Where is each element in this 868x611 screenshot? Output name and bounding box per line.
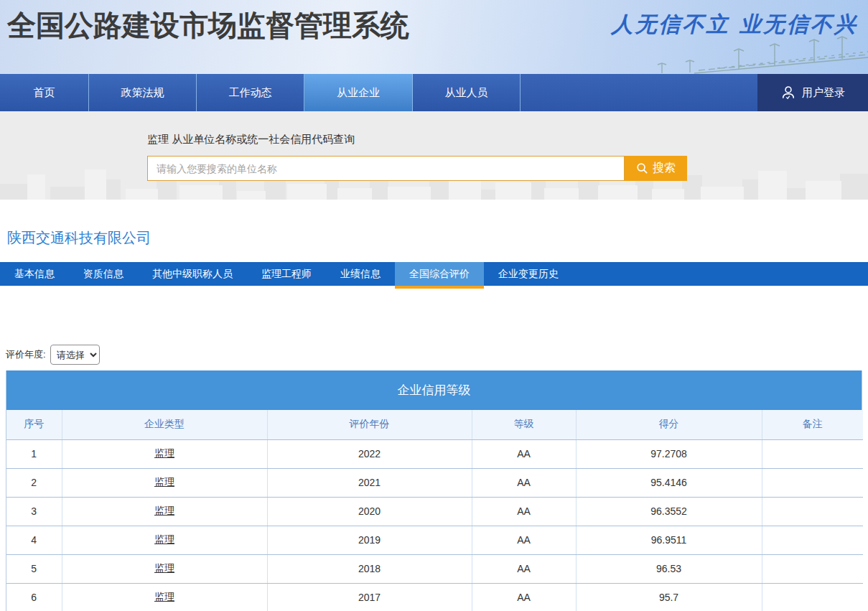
tab-label: 其他中级职称人员: [152, 268, 233, 281]
cell-index: 1: [6, 439, 62, 468]
site-title: 全国公路建设市场监督管理系统: [7, 6, 409, 45]
cell-year: 2019: [267, 526, 472, 554]
nav-item-label: 从业企业: [337, 86, 380, 100]
nav-item-label: 首页: [34, 86, 55, 100]
nav-item-personnel[interactable]: 从业人员: [413, 74, 521, 111]
cell-index: 6: [6, 583, 62, 611]
search-button[interactable]: 搜索: [625, 156, 687, 181]
cell-grade: AA: [472, 526, 576, 554]
enterprise-type-link[interactable]: 监理: [154, 476, 174, 488]
enterprise-type-link[interactable]: 监理: [154, 533, 174, 545]
cell-remark: [762, 583, 863, 611]
search-icon: [636, 162, 648, 174]
tab-label: 资质信息: [83, 268, 123, 281]
column-header: 企业类型: [62, 410, 267, 439]
nav-item-label: 工作动态: [229, 86, 272, 100]
enterprise-type-link[interactable]: 监理: [154, 591, 174, 602]
cell-grade: AA: [472, 468, 576, 497]
tab-label: 基本信息: [14, 268, 55, 281]
cell-year: 2017: [267, 583, 472, 611]
credit-rating-table: 企业信用等级 序号 企业类型 评价年份 等级 得分 备注: [6, 370, 862, 611]
column-header: 等级: [472, 410, 576, 439]
tab-supervision-engineers[interactable]: 监理工程师: [247, 262, 326, 286]
cell-year: 2018: [267, 554, 472, 583]
nav-item-enterprises[interactable]: 从业企业: [304, 74, 413, 111]
cell-enterprise-type: 监理: [62, 468, 267, 497]
cell-year: 2021: [267, 468, 472, 497]
nav-item-label: 政策法规: [121, 86, 164, 100]
evaluation-year-label: 评价年度:: [6, 348, 46, 361]
cell-year: 2022: [267, 439, 472, 468]
nav-item-policies[interactable]: 政策法规: [89, 74, 197, 111]
cell-index: 2: [6, 468, 62, 497]
table-title: 企业信用等级: [6, 370, 862, 410]
cell-grade: AA: [472, 583, 576, 611]
column-header: 序号: [6, 410, 62, 439]
user-login-label: 用户登录: [802, 86, 845, 100]
cell-index: 5: [6, 554, 62, 583]
search-row: 搜索: [147, 156, 687, 181]
tab-label: 企业变更历史: [498, 268, 559, 281]
column-header: 得分: [576, 410, 762, 439]
search-section: 监理 从业单位名称或统一社会信用代码查询 搜索: [0, 111, 868, 200]
cell-enterprise-type: 监理: [62, 439, 267, 468]
cell-enterprise-type: 监理: [62, 526, 267, 554]
company-name: 陕西交通科技有限公司: [7, 228, 868, 248]
tab-performance-info[interactable]: 业绩信息: [326, 262, 395, 286]
search-button-label: 搜索: [653, 161, 676, 176]
cell-index: 4: [6, 526, 62, 554]
cell-score: 95.7: [576, 583, 762, 611]
company-detail-tabs: 基本信息 资质信息 其他中级职称人员 监理工程师 业绩信息 全国综合评价 企业变…: [0, 262, 868, 286]
nav-item-label: 从业人员: [445, 86, 488, 100]
tab-national-evaluation[interactable]: 全国综合评价: [395, 262, 484, 286]
page: 全国公路建设市场监督管理系统 人无信不立 业无信不兴 首页 政策法规 工作动态 …: [0, 0, 868, 611]
user-login-button[interactable]: 用户登录: [757, 74, 868, 111]
cell-grade: AA: [472, 554, 576, 583]
user-icon: [780, 85, 796, 101]
tab-mid-level-staff[interactable]: 其他中级职称人员: [138, 262, 247, 286]
cell-score: 96.3552: [576, 497, 762, 526]
cell-remark: [762, 526, 863, 554]
table-row: 2 监理 2021 AA 95.4146: [6, 468, 863, 497]
enterprise-type-link[interactable]: 监理: [154, 505, 174, 516]
enterprise-type-link[interactable]: 监理: [154, 447, 174, 459]
table-row: 5 监理 2018 AA 96.53: [6, 554, 863, 583]
cell-score: 97.2708: [576, 439, 762, 468]
tab-label: 全国综合评价: [409, 268, 470, 281]
tab-label: 监理工程师: [261, 268, 312, 281]
evaluation-year-filter: 评价年度: 请选择: [6, 345, 868, 365]
tab-change-history[interactable]: 企业变更历史: [484, 262, 573, 286]
table-row: 1 监理 2022 AA 97.2708: [6, 439, 863, 468]
cell-remark: [762, 497, 863, 526]
table-row: 4 监理 2019 AA 96.9511: [6, 526, 863, 554]
table-row: 3 监理 2020 AA 96.3552: [6, 497, 863, 526]
search-label: 监理 从业单位名称或统一社会信用代码查询: [147, 133, 687, 146]
bridge-illustration: [653, 34, 868, 74]
tab-basic-info[interactable]: 基本信息: [0, 262, 69, 286]
cell-enterprise-type: 监理: [62, 497, 267, 526]
main-nav: 首页 政策法规 工作动态 从业企业 从业人员 用户登录: [0, 74, 868, 111]
search-input[interactable]: [147, 156, 625, 181]
tab-label: 业绩信息: [340, 268, 381, 281]
site-header: 全国公路建设市场监督管理系统 人无信不立 业无信不兴: [0, 0, 868, 74]
cell-score: 96.53: [576, 554, 762, 583]
nav-item-home[interactable]: 首页: [0, 74, 89, 111]
evaluation-year-select[interactable]: 请选择: [50, 345, 100, 365]
cell-year: 2020: [267, 497, 472, 526]
cell-remark: [762, 439, 863, 468]
tab-qualification-info[interactable]: 资质信息: [69, 262, 138, 286]
cell-enterprise-type: 监理: [62, 583, 267, 611]
enterprise-type-link[interactable]: 监理: [154, 562, 174, 574]
cell-remark: [762, 468, 863, 497]
column-header: 评价年份: [267, 410, 472, 439]
cell-remark: [762, 554, 863, 583]
table-header-row: 序号 企业类型 评价年份 等级 得分 备注: [6, 410, 863, 439]
main-content: 陕西交通科技有限公司 基本信息 资质信息 其他中级职称人员 监理工程师 业绩信息…: [0, 200, 868, 611]
search-block: 监理 从业单位名称或统一社会信用代码查询 搜索: [147, 133, 687, 181]
nav-filler: [521, 74, 757, 111]
cell-grade: AA: [472, 497, 576, 526]
nav-item-work-news[interactable]: 工作动态: [197, 74, 304, 111]
cell-score: 95.4146: [576, 468, 762, 497]
cell-score: 96.9511: [576, 526, 762, 554]
cell-enterprise-type: 监理: [62, 554, 267, 583]
